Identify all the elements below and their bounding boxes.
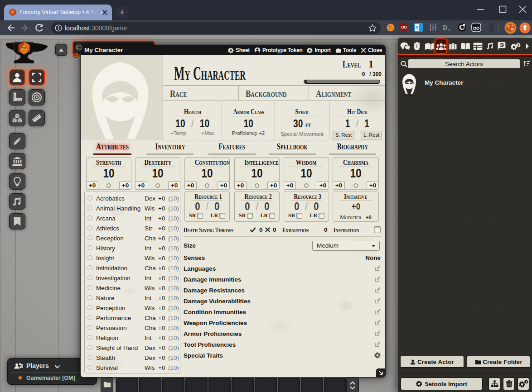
svg-text:20: 20 [22,47,26,50]
svg-text:D: D [443,24,448,31]
svg-text:S: S [416,25,418,30]
svg-text:UO: UO [401,25,407,29]
